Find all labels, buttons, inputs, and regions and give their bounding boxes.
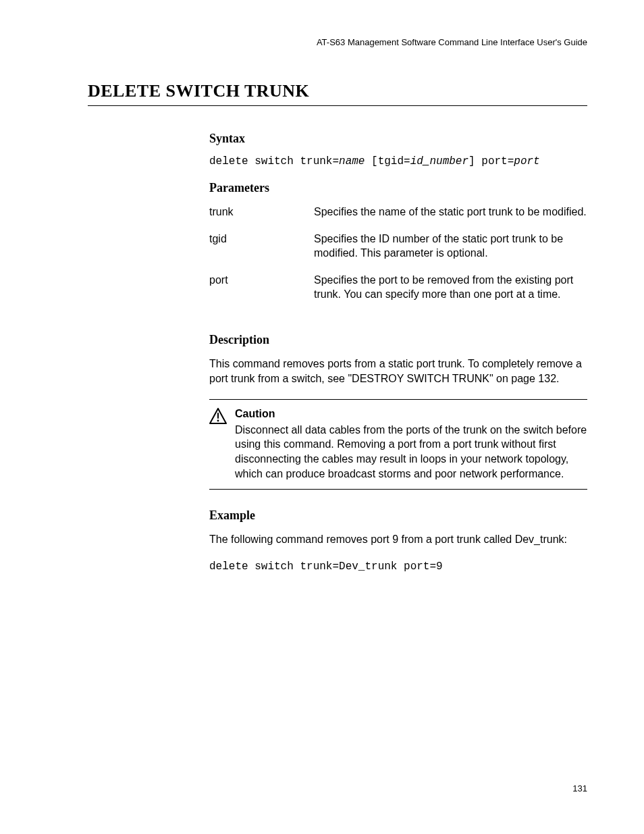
param-desc: Specifies the ID number of the static po… (314, 232, 587, 273)
syntax-part: [tgid= (365, 155, 410, 167)
param-name: port (209, 273, 314, 314)
param-name: trunk (209, 205, 314, 232)
syntax-name: name (339, 155, 365, 167)
page-number: 131 (572, 783, 587, 793)
content-body: Syntax delete switch trunk=name [tgid=id… (209, 132, 587, 573)
param-row: port Specifies the port to be removed fr… (209, 273, 587, 314)
syntax-part: ] port= (468, 155, 514, 167)
page-title: DELETE SWITCH TRUNK (88, 81, 587, 106)
example-intro: The following command removes port 9 fro… (209, 532, 587, 547)
running-header: AT-S63 Management Software Command Line … (88, 37, 587, 47)
param-desc: Specifies the name of the static port tr… (314, 205, 587, 232)
description-heading: Description (209, 333, 587, 347)
param-desc: Specifies the port to be removed from th… (314, 273, 587, 314)
syntax-heading: Syntax (209, 132, 587, 146)
syntax-id: id_number (410, 155, 468, 167)
syntax-port: port (514, 155, 539, 167)
param-row: tgid Specifies the ID number of the stat… (209, 232, 587, 273)
caution-caption: Caution (235, 407, 587, 421)
caution-block: Caution Disconnect all data cables from … (209, 399, 587, 490)
caution-body: Disconnect all data cables from the port… (235, 424, 587, 479)
example-heading: Example (209, 509, 587, 523)
parameters-table: trunk Specifies the name of the static p… (209, 205, 587, 314)
description-body: This command removes ports from a static… (209, 357, 587, 386)
svg-point-2 (217, 420, 219, 422)
caution-icon (209, 408, 227, 427)
page: AT-S63 Management Software Command Line … (0, 0, 644, 834)
parameters-heading: Parameters (209, 181, 587, 195)
param-row: trunk Specifies the name of the static p… (209, 205, 587, 232)
example-command: delete switch trunk=Dev_trunk port=9 (209, 561, 587, 573)
syntax-part: delete switch trunk= (209, 155, 339, 167)
caution-text: Caution Disconnect all data cables from … (235, 407, 587, 481)
param-name: tgid (209, 232, 314, 273)
syntax-line: delete switch trunk=name [tgid=id_number… (209, 155, 587, 167)
